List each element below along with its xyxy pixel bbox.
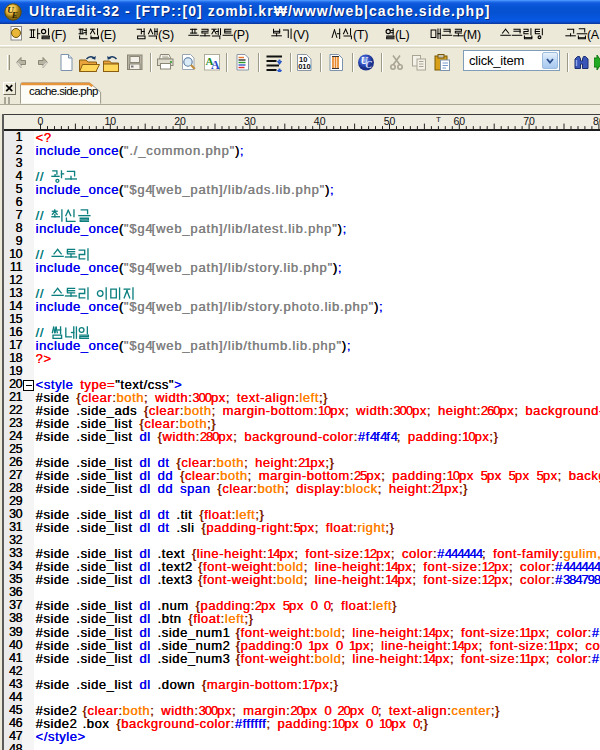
svg-text:C: C [366,60,373,70]
svg-text:T: T [436,115,441,124]
svg-text:A: A [211,58,220,72]
svg-text:E: E [11,10,18,20]
svg-text:010: 010 [298,62,311,71]
